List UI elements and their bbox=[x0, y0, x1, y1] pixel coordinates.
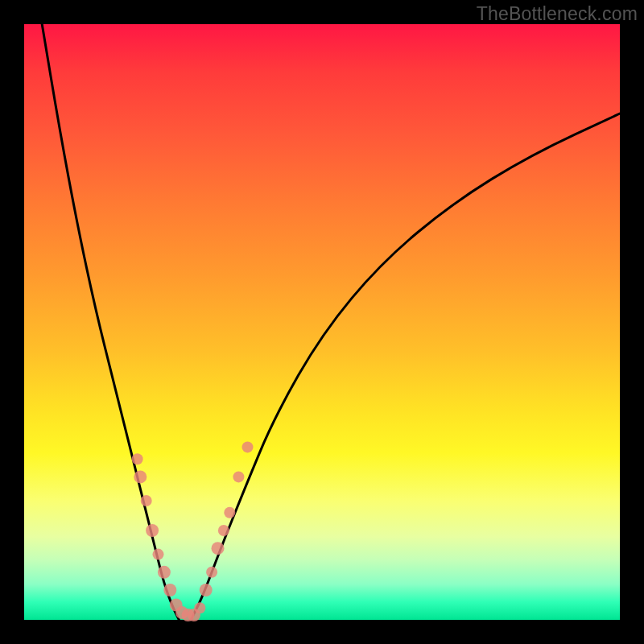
plot-area bbox=[24, 24, 620, 620]
data-point bbox=[218, 525, 229, 536]
scatter-dots bbox=[132, 441, 254, 621]
data-point bbox=[158, 566, 171, 579]
curve-lines bbox=[42, 24, 620, 620]
data-point bbox=[141, 495, 152, 506]
data-point bbox=[134, 470, 147, 483]
data-point bbox=[132, 453, 143, 464]
data-point bbox=[146, 524, 159, 537]
chart-frame: TheBottleneck.com bbox=[0, 0, 644, 644]
data-point bbox=[233, 471, 244, 482]
curve-right-curve bbox=[191, 114, 620, 620]
data-point bbox=[194, 602, 205, 613]
data-point bbox=[153, 549, 164, 560]
watermark-text: TheBottleneck.com bbox=[477, 3, 638, 25]
data-point bbox=[242, 441, 254, 452]
data-point bbox=[206, 567, 217, 578]
data-point bbox=[212, 542, 225, 555]
data-point bbox=[163, 584, 176, 597]
chart-svg bbox=[24, 24, 620, 620]
data-point bbox=[200, 584, 213, 597]
data-point bbox=[224, 507, 235, 518]
